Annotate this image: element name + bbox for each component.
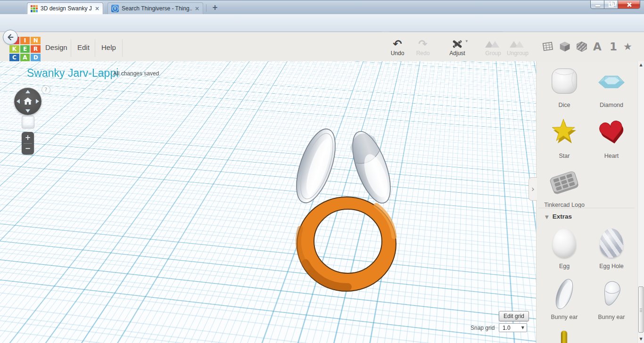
tinkercad-header: T I N K E R C A D Design Edit Help ↶ Und… <box>0 32 644 61</box>
numbers-category-icon[interactable]: 1 <box>610 41 617 53</box>
next-shape-partial[interactable] <box>561 331 567 343</box>
restore-button[interactable] <box>604 0 618 9</box>
tinkercad-favicon-icon <box>31 5 38 12</box>
logo-tile: N <box>31 37 41 44</box>
tab-title: Search Thingiverse - Thing... <box>122 5 192 12</box>
rotate-right-icon[interactable] <box>36 99 39 104</box>
edit-grid-button[interactable]: Edit grid <box>499 311 529 321</box>
window-controls <box>590 0 640 9</box>
view-cube[interactable] <box>22 116 34 129</box>
menu-design[interactable]: Design <box>45 43 67 51</box>
collapse-caret-icon: ▼ <box>545 214 549 220</box>
scrollbar-thumb[interactable] <box>638 286 644 333</box>
browser-navbar: ⓘ https://www.tinkercad.com/things/2OTWy… <box>0 14 644 32</box>
rotate-up-icon[interactable] <box>25 90 30 93</box>
shape-egg[interactable]: Egg <box>542 226 587 270</box>
bunny-ear-flat-icon <box>542 277 587 311</box>
menu-edit[interactable]: Edit <box>77 43 90 51</box>
snap-grid-dropdown[interactable]: 1.0 ▼ <box>499 323 527 332</box>
shape-dice[interactable]: Dice <box>542 65 587 108</box>
menu-separator <box>71 39 71 57</box>
redo-icon: ↷ <box>418 39 427 49</box>
thingiverse-favicon-icon: T <box>111 5 119 12</box>
hole-shapes-cube-icon[interactable] <box>575 41 588 55</box>
shape-heart[interactable]: Heart <box>589 116 634 159</box>
rotate-down-icon[interactable] <box>25 109 30 113</box>
zoom-out-button[interactable]: − <box>22 144 34 153</box>
logo-tile: D <box>31 54 41 61</box>
sidebar-scrollbar[interactable]: ▲ ▼ <box>637 61 644 343</box>
view-navigation-pad[interactable] <box>14 88 41 115</box>
design-title[interactable]: Swanky Jarv-Lappi <box>27 67 118 80</box>
diamond-icon <box>589 65 634 99</box>
menu-separator <box>95 39 95 57</box>
bunny-ear-left[interactable] <box>289 124 343 208</box>
sidebar-collapse-handle[interactable]: › <box>528 177 537 201</box>
shape-library-sidebar: Dice Diamond Star <box>536 61 637 343</box>
logo-tile: A <box>20 54 30 61</box>
undo-button[interactable]: ↶ Undo <box>385 38 410 57</box>
new-tab-button[interactable]: + <box>209 3 221 12</box>
shape-tinkercad-logo[interactable]: Tinkercad Logo <box>542 165 587 208</box>
dice-icon <box>542 65 587 99</box>
ungroup-button[interactable]: Ungroup <box>504 38 532 57</box>
zoom-divider <box>24 143 32 144</box>
menu-separator <box>122 39 123 57</box>
logo-tile: C <box>9 54 19 61</box>
tab-thingiverse[interactable]: T Search Thingiverse - Thing... × <box>107 2 203 14</box>
zoom-control[interactable]: + − <box>22 132 34 155</box>
solid-shapes-cube-icon[interactable] <box>558 41 571 55</box>
minimize-button[interactable] <box>590 0 604 9</box>
adjust-caret-icon: ▾ <box>465 39 468 43</box>
extras-section-header[interactable]: ▼Extras <box>545 213 572 220</box>
zoom-in-button[interactable]: + <box>22 133 34 142</box>
back-arrow-icon <box>6 33 15 41</box>
logo-tile: K <box>9 45 19 53</box>
tab-tinkercad[interactable]: 3D design Swanky Jarv-Lap... × <box>27 2 103 14</box>
adjust-icon: ▾ <box>451 38 463 49</box>
browser-window: 3D design Swanky Jarv-Lap... × T Search … <box>0 0 644 343</box>
back-button[interactable] <box>3 30 18 45</box>
tinkercad-logo-shape-icon <box>542 165 587 199</box>
rotate-left-icon[interactable] <box>17 99 20 104</box>
adjust-button[interactable]: ▾ Adjust <box>443 38 471 57</box>
shape-bunny-ear-bent[interactable]: Bunny ear <box>589 277 634 320</box>
group-icon <box>485 40 501 48</box>
help-button[interactable]: ? <box>41 85 50 94</box>
tab-separator <box>206 4 206 12</box>
snap-grid-value: 1.0 <box>503 325 511 331</box>
tab-close-icon[interactable]: × <box>95 6 99 11</box>
home-view-icon[interactable] <box>24 98 32 105</box>
shape-egg-hole[interactable]: Egg Hole <box>589 226 634 270</box>
logo-tile: E <box>20 45 30 53</box>
tab-title: 3D design Swanky Jarv-Lap... <box>41 5 92 12</box>
egg-hole-icon <box>589 226 634 260</box>
symbols-category-icon[interactable]: ★ <box>623 41 632 53</box>
design-canvas[interactable]: Swanky Jarv-Lappi All changes saved ? + … <box>0 61 536 343</box>
shape-diamond[interactable]: Diamond <box>589 65 634 108</box>
logo-tile: R <box>31 45 41 53</box>
group-button[interactable]: Group <box>480 38 506 57</box>
egg-icon <box>542 226 587 260</box>
bunny-ear-right[interactable] <box>345 127 398 208</box>
workplane-grid <box>0 61 536 343</box>
workplane-grid-icon[interactable] <box>541 41 554 55</box>
chevron-right-icon: › <box>531 184 535 194</box>
logo-tile: I <box>20 37 30 44</box>
section-divider <box>538 208 635 208</box>
scroll-up-icon[interactable]: ▲ <box>638 63 644 67</box>
scroll-down-icon[interactable]: ▼ <box>638 337 644 341</box>
ungroup-icon <box>510 40 526 48</box>
bunny-ear-bent-icon <box>589 277 634 311</box>
letters-category-icon[interactable]: A <box>593 41 602 53</box>
model-bunny-ring[interactable] <box>278 113 420 302</box>
close-button[interactable] <box>618 0 640 9</box>
save-status: All changes saved <box>113 70 159 77</box>
shape-star[interactable]: Star <box>542 116 587 159</box>
menu-help[interactable]: Help <box>101 43 116 51</box>
tab-close-icon[interactable]: × <box>195 6 199 11</box>
shape-bunny-ear-flat[interactable]: Bunny ear <box>542 277 587 320</box>
heart-icon <box>589 116 634 150</box>
ring[interactable] <box>297 197 396 291</box>
redo-button[interactable]: ↷ Redo <box>410 38 436 57</box>
